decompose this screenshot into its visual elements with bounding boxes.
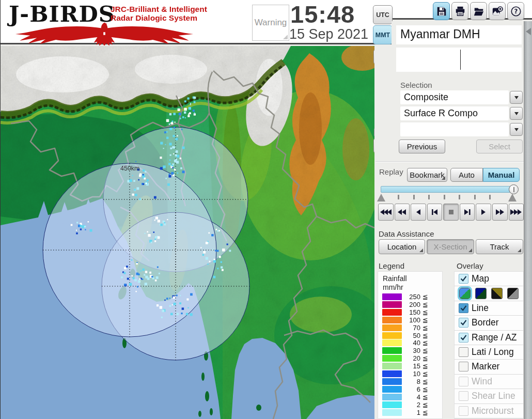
ff3-icon <box>510 208 522 216</box>
overlay-row-marker: Marker <box>455 360 523 374</box>
legend-row: 10≦ <box>378 370 442 378</box>
bookmark-label: Bookmark <box>410 170 445 179</box>
legend-color-swatch <box>382 332 402 339</box>
check-icon <box>460 275 467 283</box>
legend-row: 70≦ <box>378 324 442 332</box>
legend-value: 200 <box>403 301 420 308</box>
slider-tick <box>459 195 460 199</box>
legend-lte-symbol: ≦ <box>423 316 428 324</box>
map-style-swatch-2[interactable] <box>475 288 487 299</box>
legend-value: 4 <box>403 393 420 401</box>
playback-rw2-button[interactable] <box>395 204 410 221</box>
panel-scrollbar[interactable] <box>524 21 532 419</box>
legend-color-swatch <box>382 309 402 316</box>
resize-grip-icon <box>283 35 288 39</box>
location-button[interactable]: Location <box>379 239 425 254</box>
save-button[interactable] <box>433 2 450 20</box>
range-start-marker[interactable] <box>377 194 385 201</box>
capture-button[interactable] <box>489 2 506 20</box>
slider-tick <box>444 195 445 199</box>
legend-row: 20≦ <box>378 355 442 362</box>
legend-color-swatch <box>382 355 402 362</box>
playback-fwd-button[interactable] <box>476 204 491 221</box>
legend-value: 8 <box>403 378 420 385</box>
radar-map[interactable]: 450km <box>1 46 374 419</box>
x-section-button[interactable]: X-Section <box>427 239 474 254</box>
legend-row: 100≦ <box>378 317 442 324</box>
border-checkbox[interactable] <box>459 318 468 328</box>
slider-tick <box>489 195 491 199</box>
legend-lte-symbol: ≦ <box>423 332 428 339</box>
legend-color-swatch <box>382 378 402 385</box>
map-style-swatch-4[interactable] <box>507 288 519 299</box>
status-field[interactable] <box>396 48 522 72</box>
replay-label: Replay <box>379 167 403 176</box>
playback-ff2-button[interactable] <box>492 204 508 221</box>
rw2-icon <box>396 208 408 216</box>
selection-dropdown-1-button[interactable] <box>510 91 523 104</box>
text-cursor <box>460 50 461 70</box>
fwd-icon <box>477 208 490 216</box>
auto-button[interactable]: Auto <box>450 168 483 182</box>
button-label: X-Section <box>433 242 467 251</box>
legend-value: 50 <box>403 332 420 339</box>
legend-row: 4≦ <box>378 394 442 401</box>
selection-dropdown-3[interactable] <box>400 122 509 136</box>
playback-ff3-button[interactable] <box>509 204 524 221</box>
check-icon <box>460 319 467 327</box>
marker-checkbox[interactable] <box>459 362 468 371</box>
slider-tick <box>398 195 399 199</box>
map-style-swatch-1[interactable] <box>459 288 471 299</box>
warning-button[interactable]: Warning <box>252 5 289 41</box>
range-az-checkbox[interactable] <box>459 333 468 343</box>
legend-value: 30 <box>403 347 420 354</box>
playback-step-fwd-button[interactable] <box>460 204 475 221</box>
overlay-item-label: Wind <box>472 376 492 387</box>
overlay-row-border: Border <box>455 316 523 330</box>
open-button[interactable] <box>470 2 487 20</box>
legend-row: 6≦ <box>378 386 442 393</box>
mmt-button[interactable]: MMT <box>373 25 393 44</box>
overlay-row-shear-line: Shear Line <box>455 389 523 404</box>
capture-icon <box>492 6 503 17</box>
lati-long-checkbox[interactable] <box>459 347 468 357</box>
playback-step-back-button[interactable] <box>427 204 443 221</box>
overlay-row-line: Line <box>455 301 523 316</box>
selection-dropdown-2-button[interactable] <box>510 107 523 120</box>
selection-dropdown-1[interactable]: Composite <box>400 90 509 104</box>
open-icon <box>473 6 484 17</box>
legend-row: 30≦ <box>378 347 442 354</box>
collapse-panel-arrow-icon[interactable] <box>526 28 531 35</box>
previous-button[interactable]: Previous <box>399 139 445 153</box>
utc-button[interactable]: UTC <box>373 5 393 24</box>
divider <box>375 161 524 162</box>
site-name-box: Myanmar DMH <box>396 25 522 44</box>
map-style-swatch-3[interactable] <box>491 288 503 299</box>
legend-lte-symbol: ≦ <box>423 293 428 301</box>
selection-dropdown-3-button[interactable] <box>510 123 523 136</box>
selection-dropdown-2[interactable]: Surface R Compo <box>400 106 509 120</box>
overlay-item-label: Microburst <box>472 406 514 416</box>
overlay-row-wind: Wind <box>455 375 523 389</box>
legend-label: Legend <box>379 261 404 270</box>
playback-back-button[interactable] <box>411 204 426 221</box>
overlay-item-label: Marker <box>472 361 499 372</box>
select-button[interactable]: Select <box>476 139 523 153</box>
print-button[interactable] <box>451 2 468 20</box>
button-label: Location <box>387 242 417 251</box>
playback-rw3-button[interactable] <box>378 204 394 221</box>
legend-color-swatch <box>382 394 402 400</box>
line-checkbox[interactable] <box>459 303 468 313</box>
replay-slider-track[interactable] <box>381 186 517 193</box>
clock-time: 15:48 <box>290 0 355 28</box>
overlay-panel: MapLineBorderRange / AZLati / LongMarker… <box>454 271 524 419</box>
track-button[interactable]: Track <box>476 239 523 254</box>
range-end-marker[interactable] <box>508 194 517 201</box>
playback-stop-button[interactable] <box>443 204 459 221</box>
manual-button[interactable]: Manual <box>483 168 520 182</box>
legend-lte-symbol: ≦ <box>423 409 428 416</box>
bookmark-button[interactable]: Bookmark <box>407 168 447 182</box>
map-checkbox[interactable] <box>459 274 468 284</box>
replay-slider-handle[interactable] <box>509 184 519 194</box>
help-button[interactable]: ? <box>507 2 524 20</box>
